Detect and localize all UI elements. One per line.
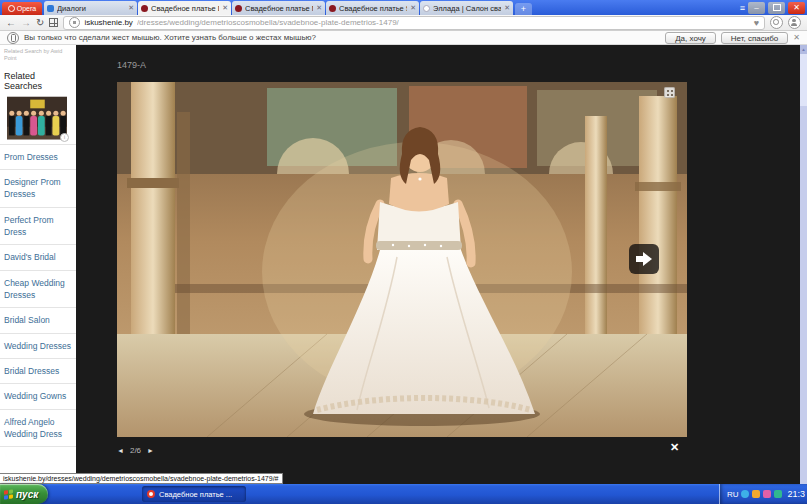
taskbar-clock[interactable]: 21:3	[787, 489, 805, 499]
page-scrollbar[interactable]: ▲	[800, 45, 807, 484]
ad-attribution: Related Search by Awid Point	[0, 45, 76, 63]
photo-counter-row: ◄ 2/6 ►	[117, 446, 154, 455]
tab-title: Свадебное платье Demetri...	[151, 4, 219, 13]
tab-favicon	[141, 5, 148, 12]
sidebar-link-davids-bridal[interactable]: David's Bridal	[0, 244, 76, 269]
related-searches-heading: Related Searches	[0, 63, 76, 96]
scroll-up-icon[interactable]: ▲	[800, 45, 807, 54]
gesture-no-button[interactable]: Нет, спасибо	[721, 32, 788, 44]
tab-close-icon[interactable]: ✕	[410, 4, 416, 12]
notification-message: Вы только что сделали жест мышью. Хотите…	[24, 33, 316, 42]
sidebar-link-designer-prom-dresses[interactable]: Designer Prom Dresses	[0, 169, 76, 207]
browser-toolbar: ← → ↻ iskushenie.by /dresses/wedding/dem…	[0, 15, 807, 31]
prev-photo-icon[interactable]: ◄	[117, 447, 124, 454]
taskbar-opera-task[interactable]: Свадебное платье ...	[142, 486, 246, 502]
notification-close-icon[interactable]: ✕	[793, 33, 800, 42]
opera-account-icon[interactable]	[770, 16, 783, 29]
close-window-button[interactable]: ✕	[788, 2, 805, 14]
windows-flag-icon	[4, 489, 13, 499]
new-tab-button[interactable]: +	[515, 3, 532, 15]
sidebar-link-bridal-salon[interactable]: Bridal Salon	[0, 307, 76, 332]
next-photo-icon[interactable]: ►	[147, 447, 154, 454]
tab-dialogi[interactable]: Диалоги ✕	[44, 1, 137, 15]
page-content: Related Search by Awid Point Related Sea…	[0, 45, 807, 484]
prom-thumbnail[interactable]: i	[7, 96, 67, 140]
tab-title: Диалоги	[57, 4, 125, 13]
tray-icon-3[interactable]	[763, 490, 771, 498]
notification-bar: Вы только что сделали жест мышью. Хотите…	[0, 31, 807, 45]
tab-title: Свадебное платье Mon L...	[245, 4, 313, 13]
dress-photo-art	[117, 82, 687, 437]
sidebar-link-wedding-gowns[interactable]: Wedding Gowns	[0, 383, 76, 408]
tab-close-icon[interactable]: ✕	[128, 4, 134, 12]
tray-icon-2[interactable]	[752, 490, 760, 498]
sidebar-link-alfred-angelo[interactable]: Alfred Angelo Wedding Dress	[0, 409, 76, 448]
opera-task-icon	[147, 490, 155, 498]
tab-sincerity[interactable]: Свадебное платье Sincer... ✕	[326, 1, 419, 15]
tab-strip: Opera Диалоги ✕ Свадебное платье Demetri…	[0, 0, 807, 15]
lightbox-caption: 1479-A	[117, 60, 146, 70]
tab-title: Свадебное платье Sincer...	[339, 4, 407, 13]
minimize-button[interactable]: –	[748, 2, 765, 14]
status-url-tooltip: iskushenie.by/dresses/wedding/demetriosc…	[0, 473, 283, 484]
profile-icon[interactable]	[788, 16, 801, 29]
tab-favicon	[423, 5, 430, 12]
wedding-dress-photo[interactable]	[117, 82, 687, 437]
tab-close-icon[interactable]: ✕	[316, 4, 322, 12]
sidebar-link-wedding-dresses[interactable]: Wedding Dresses	[0, 333, 76, 358]
maximize-button[interactable]	[768, 2, 785, 14]
site-badge-icon[interactable]	[69, 17, 80, 28]
tab-ellada[interactable]: Эллада | Салон свадебн... ✕	[420, 1, 513, 15]
start-button[interactable]: пуск	[0, 484, 48, 504]
ad-info-icon[interactable]: i	[60, 133, 69, 142]
task-label: Свадебное платье ...	[159, 490, 232, 499]
right-arrow-icon	[636, 256, 643, 262]
language-indicator[interactable]: RU	[727, 490, 739, 499]
tab-demetrios-active[interactable]: Свадебное платье Demetri... ✕	[138, 1, 231, 15]
tray-icon-1[interactable]	[741, 490, 749, 498]
url-path: /dresses/wedding/demetrioscosmobella/sva…	[137, 18, 750, 27]
prom-group-photo	[7, 96, 67, 140]
mouse-gesture-icon	[7, 32, 19, 44]
sidebar-link-cheap-wedding-dresses[interactable]: Cheap Wedding Dresses	[0, 270, 76, 308]
screen: Opera Диалоги ✕ Свадебное платье Demetri…	[0, 0, 807, 504]
tab-mon-l[interactable]: Свадебное платье Mon L... ✕	[232, 1, 325, 15]
tray-icon-4[interactable]	[774, 490, 782, 498]
system-tray: RU 21:3	[719, 484, 807, 504]
related-searches-sidebar: Related Search by Awid Point Related Sea…	[0, 45, 76, 484]
lightbox-overlay: 1479-A	[76, 45, 800, 484]
tab-title: Эллада | Салон свадебн...	[433, 4, 501, 13]
tab-close-icon[interactable]: ✕	[504, 4, 510, 12]
speed-dial-icon[interactable]	[49, 18, 58, 27]
tab-favicon	[329, 5, 336, 12]
bookmark-heart-icon[interactable]: ♥	[754, 18, 759, 28]
reload-button[interactable]: ↻	[36, 18, 44, 28]
taskbar: пуск Свадебное платье ... RU 21:3	[0, 484, 807, 504]
sidebar-link-prom-dresses[interactable]: Prom Dresses	[0, 144, 76, 169]
address-bar[interactable]: iskushenie.by /dresses/wedding/demetrios…	[63, 16, 765, 30]
back-button[interactable]: ←	[6, 18, 16, 28]
tab-favicon	[47, 5, 54, 12]
opera-menu-button[interactable]: Opera	[2, 2, 42, 15]
gesture-yes-button[interactable]: Да, хочу	[665, 32, 716, 44]
start-label: пуск	[16, 489, 38, 500]
expand-icon[interactable]	[664, 87, 675, 98]
sidebar-link-bridal-dresses[interactable]: Bridal Dresses	[0, 358, 76, 383]
next-photo-button[interactable]	[629, 244, 659, 274]
sidebar-link-perfect-prom-dress[interactable]: Perfect Prom Dress	[0, 207, 76, 245]
scrollbar-thumb[interactable]	[800, 54, 807, 106]
lightbox-close-icon[interactable]: ✕	[670, 441, 679, 454]
url-domain: iskushenie.by	[84, 18, 132, 27]
opera-logo-icon	[8, 5, 15, 12]
maximize-icon	[773, 4, 781, 11]
forward-button[interactable]: →	[21, 18, 31, 28]
opera-menu-label: Opera	[17, 5, 36, 12]
photo-counter: 2/6	[130, 446, 141, 455]
tab-menu-icon[interactable]: ≡	[740, 3, 745, 13]
tab-favicon	[235, 5, 242, 12]
tab-close-icon[interactable]: ✕	[222, 4, 228, 12]
